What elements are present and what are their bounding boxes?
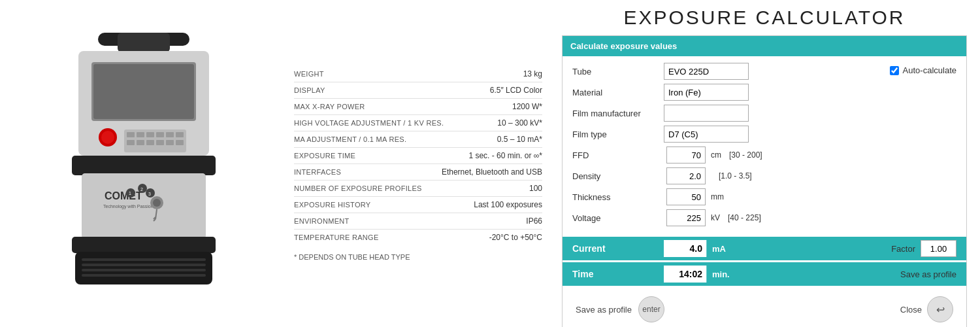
spec-label: DISPLAY <box>294 86 490 94</box>
save-profile-area: Save as profile enter <box>576 296 664 322</box>
auto-calculate-label: Auto-calculate <box>903 65 956 75</box>
svg-rect-35 <box>72 237 216 253</box>
svg-rect-17 <box>156 140 164 145</box>
spec-row: ENVIRONMENTIP66 <box>294 213 542 230</box>
spec-row: NUMBER OF EXPOSURE PROFILES100 <box>294 181 542 197</box>
current-value-wrap: mA <box>664 240 731 257</box>
thickness-input[interactable] <box>666 188 706 205</box>
time-label: Time <box>572 269 664 279</box>
spec-label: WEIGHT <box>294 70 523 78</box>
svg-rect-1 <box>118 33 170 52</box>
spec-row: HIGH VOLTAGE ADJUSTMENT / 1 kV RES.10 – … <box>294 115 542 131</box>
current-label: Current <box>572 243 664 254</box>
density-range: [1.0 - 3.5] <box>719 171 883 181</box>
svg-rect-40 <box>82 274 206 277</box>
spec-row: EXPOSURE HISTORYLast 100 exposures <box>294 197 542 213</box>
tube-input[interactable] <box>664 63 749 80</box>
current-result-row: Current mA Factor <box>563 237 966 260</box>
svg-text:3: 3 <box>148 192 151 196</box>
calc-body: Tube Material Film manufacturer <box>563 56 966 237</box>
film-manufacturer-input[interactable] <box>664 105 749 122</box>
spec-label: NUMBER OF EXPOSURE PROFILES <box>294 184 529 192</box>
close-text: Close <box>900 305 922 315</box>
spec-value: 6.5″ LCD Color <box>490 86 542 95</box>
svg-rect-19 <box>176 140 184 145</box>
spec-value: Last 100 exposures <box>474 200 542 209</box>
save-as-profile-link[interactable]: Save as profile <box>900 269 956 279</box>
calc-footer: Save as profile enter Close ↩ <box>563 290 966 327</box>
auto-calculate-checkbox[interactable] <box>890 66 899 75</box>
enter-label: enter <box>642 305 660 314</box>
svg-text:2: 2 <box>140 187 143 192</box>
device-svg: COMET Technology with Passion 1 2 3 <box>46 26 242 301</box>
spec-value: 10 – 300 kV* <box>497 118 542 128</box>
main-container: COMET Technology with Passion 1 2 3 <box>0 0 980 327</box>
svg-rect-37 <box>82 258 206 261</box>
film-type-input[interactable] <box>664 126 749 143</box>
svg-rect-10 <box>146 132 154 137</box>
time-result-row: Time min. Save as profile <box>563 262 966 286</box>
svg-point-25 <box>153 199 161 207</box>
spec-row: DISPLAY6.5″ LCD Color <box>294 82 542 99</box>
spec-row: TEMPERATURE RANGE-20°C to +50°C <box>294 230 542 245</box>
close-icon: ↩ <box>936 303 945 316</box>
spec-label: TEMPERATURE RANGE <box>294 233 489 241</box>
calculator-section: EXPOSURE CALCULATOR Calculate exposure v… <box>549 0 980 327</box>
svg-text:Technology with Passion: Technology with Passion <box>103 204 154 209</box>
spec-value: IP66 <box>526 216 542 226</box>
svg-rect-12 <box>166 132 174 137</box>
density-label: Density <box>572 171 664 181</box>
spec-value: Ethernet, Bluetooth and USB <box>442 167 542 177</box>
spec-label: MAX X-RAY POWER <box>294 103 512 111</box>
save-profile-right: Save as profile <box>900 269 956 279</box>
svg-rect-8 <box>127 132 135 137</box>
svg-rect-20 <box>72 156 216 175</box>
time-value-wrap: min. <box>664 266 735 283</box>
film-manufacturer-label: Film manufacturer <box>572 109 664 118</box>
spec-value: 1200 W* <box>512 102 542 111</box>
spec-value: 0.5 – 10 mA* <box>497 135 542 144</box>
density-input[interactable] <box>666 167 706 184</box>
svg-rect-14 <box>127 140 135 145</box>
ffd-label: FFD <box>572 150 664 160</box>
spec-row: WEIGHT13 kg <box>294 66 542 82</box>
footer-save-text: Save as profile <box>576 305 632 315</box>
close-area: Close ↩ <box>900 296 953 322</box>
thickness-label: Thickness <box>572 192 664 202</box>
time-value-input[interactable] <box>664 266 706 283</box>
close-button[interactable]: ↩ <box>927 296 953 322</box>
voltage-input[interactable] <box>666 209 706 226</box>
ffd-input[interactable] <box>666 146 706 164</box>
svg-rect-39 <box>82 269 206 271</box>
specs-table: WEIGHT13 kgDISPLAY6.5″ LCD ColorMAX X-RA… <box>294 66 542 245</box>
factor-label: Factor <box>891 244 915 254</box>
spec-label: HIGH VOLTAGE ADJUSTMENT / 1 kV RES. <box>294 119 497 127</box>
current-value-input[interactable] <box>664 240 706 257</box>
spec-value: 1 sec. - 60 min. or ∞* <box>468 151 542 160</box>
factor-area: Factor <box>891 240 956 257</box>
svg-rect-9 <box>137 132 144 137</box>
current-unit: mA <box>706 240 731 257</box>
material-input[interactable] <box>664 84 749 101</box>
spec-row: MAX X-RAY POWER1200 W* <box>294 99 542 115</box>
ffd-range: [30 - 200] <box>729 150 883 160</box>
ffd-unit: cm <box>711 150 721 160</box>
spec-label: INTERFACES <box>294 168 442 176</box>
svg-text:COMET: COMET <box>105 190 142 201</box>
calc-title: EXPOSURE CALCULATOR <box>562 7 967 29</box>
factor-input[interactable] <box>921 240 956 257</box>
svg-rect-15 <box>137 140 144 145</box>
specs-section: WEIGHT13 kgDISPLAY6.5″ LCD ColorMAX X-RA… <box>287 0 549 327</box>
material-label: Material <box>572 88 664 97</box>
thickness-unit: mm <box>711 192 724 201</box>
spec-label: ENVIRONMENT <box>294 217 526 225</box>
enter-button[interactable]: enter <box>638 296 664 322</box>
spec-label: mA ADJUSTMENT / 0.1 mA RES. <box>294 135 497 143</box>
spec-label: EXPOSURE HISTORY <box>294 201 474 209</box>
device-section: COMET Technology with Passion 1 2 3 <box>0 0 287 327</box>
spec-value: 100 <box>529 184 542 193</box>
svg-rect-36 <box>75 252 212 284</box>
voltage-label: Voltage <box>572 213 664 223</box>
device-image: COMET Technology with Passion 1 2 3 <box>46 26 242 301</box>
svg-rect-38 <box>82 264 206 266</box>
